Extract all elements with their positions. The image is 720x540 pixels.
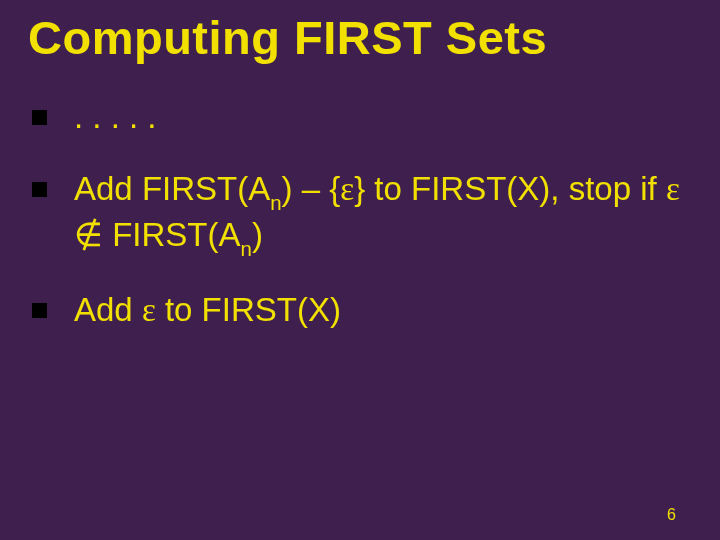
epsilon-2: ε: [666, 171, 680, 207]
bullet-item-2: Add FIRST(An) – {ε} to FIRST(X), stop if…: [30, 168, 692, 260]
bullet-3-text-a: Add: [74, 291, 142, 328]
not-in-symbol: ∉: [74, 217, 103, 253]
bullet-list: . . . . . Add FIRST(An) – {ε} to FIRST(X…: [28, 96, 692, 332]
bullet-1-text: . . . . .: [74, 98, 157, 135]
epsilon-1: ε: [340, 171, 354, 207]
slide: Computing FIRST Sets . . . . . Add FIRST…: [0, 0, 720, 540]
subscript-n-2: n: [241, 237, 252, 260]
bullet-2-text-b: ) – {: [282, 170, 341, 207]
bullet-item-3: Add ε to FIRST(X): [30, 289, 692, 331]
bullet-2-text-a: Add FIRST(A: [74, 170, 270, 207]
subscript-n-1: n: [270, 191, 281, 214]
bullet-3-text-b: to FIRST(X): [156, 291, 341, 328]
bullet-item-1: . . . . .: [30, 96, 692, 138]
epsilon-3: ε: [142, 292, 156, 328]
bullet-2-text-e: ): [252, 216, 263, 253]
slide-number: 6: [667, 506, 676, 524]
slide-title: Computing FIRST Sets: [28, 12, 692, 64]
bullet-2-text-c: } to FIRST(X), stop if: [354, 170, 666, 207]
bullet-2-text-d: FIRST(A: [103, 216, 241, 253]
